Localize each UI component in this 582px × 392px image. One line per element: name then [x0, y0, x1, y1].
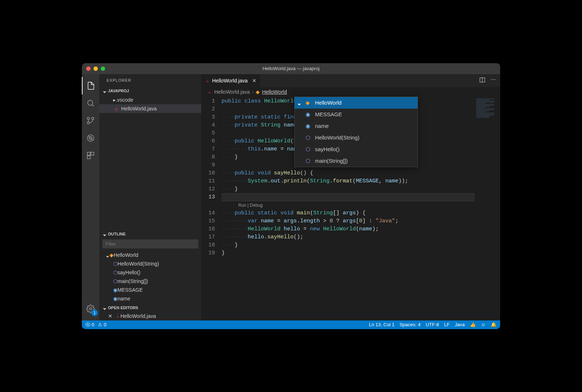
- outline-tree: ◆ HelloWorld ⬡ HelloWorld(String) ⬡ sayH…: [99, 250, 201, 304]
- status-eol[interactable]: LF: [444, 322, 450, 327]
- explorer-icon[interactable]: [82, 77, 99, 94]
- open-editors-title: OPEN EDITORS: [108, 306, 138, 310]
- outline-item[interactable]: ◉ name: [99, 294, 201, 303]
- codelens[interactable]: Run | Debug: [222, 201, 475, 209]
- outline-label: HelloWorld: [113, 252, 138, 258]
- method-icon: ⬡: [306, 158, 312, 164]
- method-icon: ⬡: [113, 270, 117, 275]
- maximize-window-button[interactable]: [101, 66, 105, 71]
- status-errors[interactable]: ⓧ 0: [85, 322, 94, 328]
- status-encoding[interactable]: UTF-8: [426, 322, 439, 327]
- symbol-item-class[interactable]: ◆ HelloWorld: [295, 97, 418, 109]
- editor-body[interactable]: 123 456 789 101112 13 141516 171819 publ…: [201, 97, 500, 320]
- svg-point-2: [87, 122, 89, 124]
- method-icon: ⬡: [306, 134, 312, 141]
- java-file-icon: [207, 89, 212, 95]
- java-file-icon: [115, 313, 120, 319]
- outline-item[interactable]: ◉ MESSAGE: [99, 286, 201, 294]
- symbol-label: HelloWorld: [315, 100, 342, 106]
- outline-item[interactable]: ⬡ HelloWorld(String): [99, 259, 201, 268]
- field-icon: ◉: [113, 287, 117, 293]
- extensions-icon[interactable]: [82, 147, 99, 164]
- status-indent[interactable]: Spaces: 4: [399, 322, 420, 327]
- method-icon: ⬡: [113, 278, 117, 284]
- chevron-down-icon: [104, 89, 107, 93]
- symbol-label: MESSAGE: [315, 111, 342, 117]
- file-tree: .vscode HelloWorld.java: [99, 95, 201, 114]
- vscode-window: HelloWorld.java — javaproj 1: [82, 63, 500, 329]
- field-icon: ◉: [113, 296, 117, 302]
- svg-rect-6: [91, 152, 94, 155]
- tabs-bar: HelloWorld.java ✕ ⋯: [201, 74, 500, 87]
- symbol-label: main(String[]): [315, 158, 348, 164]
- tree-folder-vscode[interactable]: .vscode: [99, 96, 201, 104]
- source-control-icon[interactable]: [82, 112, 99, 129]
- outline-title: OUTLINE: [108, 232, 125, 236]
- symbol-item[interactable]: ⬡ main(String[]): [295, 155, 418, 167]
- symbol-item[interactable]: ◉ MESSAGE: [295, 109, 418, 120]
- debug-icon[interactable]: [82, 129, 99, 147]
- tree-item-label: HelloWorld.java: [121, 106, 157, 112]
- status-warnings[interactable]: ⚠ 0: [98, 322, 106, 327]
- traffic-lights: [86, 66, 105, 71]
- symbol-label: HelloWorld(String): [315, 134, 359, 141]
- tab-helloworld[interactable]: HelloWorld.java ✕: [201, 74, 260, 87]
- feedback-icon[interactable]: ☺: [481, 322, 486, 327]
- outline-filter-input[interactable]: [102, 239, 198, 248]
- class-icon: ◆: [256, 89, 260, 95]
- minimize-window-button[interactable]: [93, 66, 98, 71]
- svg-point-0: [88, 100, 93, 105]
- tabs-actions: ⋯: [479, 77, 500, 84]
- close-icon[interactable]: ✕: [108, 313, 112, 319]
- bell-icon[interactable]: 🔔: [491, 322, 497, 327]
- java-file-icon: [113, 106, 120, 111]
- outline-label: MESSAGE: [117, 287, 143, 293]
- line-gutter: 123 456 789 101112 13 141516 171819: [201, 97, 222, 320]
- close-window-button[interactable]: [86, 66, 91, 71]
- window-title: HelloWorld.java — javaproj: [263, 66, 320, 71]
- code-content[interactable]: public class HelloWorld { ····private st…: [222, 97, 475, 320]
- class-icon: ◆: [109, 252, 113, 258]
- method-icon: ⬡: [113, 261, 117, 267]
- status-bar: ⓧ 0 ⚠ 0 Ln 13, Col 1 Spaces: 4 UTF-8 LF …: [82, 320, 500, 329]
- status-language[interactable]: Java: [455, 322, 465, 327]
- open-editors-header[interactable]: OPEN EDITORS: [99, 304, 201, 312]
- project-name: JAVAPROJ: [108, 89, 129, 93]
- outline-label: main(String[]): [117, 278, 148, 284]
- editor-area: HelloWorld.java ✕ ⋯ HelloWorld.java › ◆ …: [201, 74, 500, 320]
- symbol-item[interactable]: ⬡ sayHello(): [295, 144, 418, 155]
- warning-count: 0: [104, 322, 106, 327]
- more-actions-icon[interactable]: ⋯: [491, 77, 496, 84]
- breadcrumb-symbol[interactable]: HelloWorld: [262, 89, 287, 95]
- search-icon[interactable]: [82, 94, 99, 112]
- close-tab-icon[interactable]: ✕: [252, 78, 256, 84]
- status-cursor[interactable]: Ln 13, Col 1: [369, 322, 394, 327]
- outline-header[interactable]: OUTLINE: [99, 230, 201, 238]
- tree-file-helloworld[interactable]: HelloWorld.java: [99, 104, 201, 113]
- minimap[interactable]: [475, 97, 500, 320]
- symbol-item[interactable]: ⬡ HelloWorld(String): [295, 132, 418, 144]
- outline-class[interactable]: ◆ HelloWorld: [99, 251, 201, 259]
- outline-item[interactable]: ⬡ main(String[]): [99, 277, 201, 286]
- class-icon: ◆: [306, 100, 312, 106]
- project-header[interactable]: JAVAPROJ: [99, 87, 201, 95]
- open-editor-label: HelloWorld.java: [120, 313, 156, 319]
- titlebar: HelloWorld.java — javaproj: [82, 63, 500, 74]
- java-file-icon: [205, 77, 210, 84]
- chevron-down-icon: [107, 252, 109, 258]
- symbol-dropdown: ◆ HelloWorld ◉ MESSAGE ◉ name ⬡: [294, 97, 418, 167]
- breadcrumb[interactable]: HelloWorld.java › ◆ HelloWorld: [201, 87, 500, 97]
- field-icon: ◉: [306, 123, 312, 129]
- tab-label: HelloWorld.java: [212, 78, 248, 84]
- open-editor-item[interactable]: ✕ HelloWorld.java: [99, 312, 201, 320]
- breadcrumb-file[interactable]: HelloWorld.java: [214, 89, 250, 95]
- thumbs-up-icon[interactable]: 👍: [470, 322, 476, 327]
- symbol-item[interactable]: ◉ name: [295, 120, 418, 132]
- outline-label: sayHello(): [117, 270, 140, 275]
- sidebar: EXPLORER JAVAPROJ .vscode HelloWorld.jav…: [99, 74, 201, 320]
- outline-item[interactable]: ⬡ sayHello(): [99, 268, 201, 277]
- method-icon: ⬡: [306, 146, 312, 153]
- settings-badge: 1: [91, 310, 98, 316]
- settings-gear-icon[interactable]: 1: [82, 300, 99, 318]
- split-editor-icon[interactable]: [479, 77, 486, 84]
